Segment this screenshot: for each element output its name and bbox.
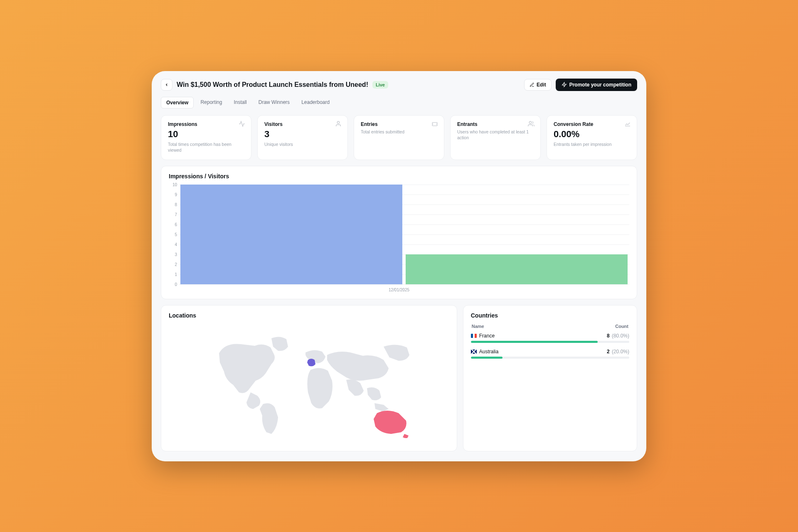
progress-fill xyxy=(471,357,502,359)
stat-cards: Impressions 10 Total times competition h… xyxy=(161,115,637,160)
ticket-icon xyxy=(431,121,438,127)
back-button[interactable] xyxy=(161,79,172,91)
progress-track xyxy=(471,341,629,343)
card-value: 0.00% xyxy=(554,129,630,140)
card-conversion: Conversion Rate 0.00% Entrants taken per… xyxy=(547,115,637,160)
header: Win $1,500 Worth of Product Launch Essen… xyxy=(161,79,637,91)
pencil-icon xyxy=(530,82,534,87)
user-icon xyxy=(335,121,342,127)
card-title: Entries xyxy=(361,121,437,127)
country-name: France xyxy=(471,333,495,339)
chart-panel: Impressions / Visitors 012345678910 12/0… xyxy=(161,166,637,299)
card-value: 10 xyxy=(168,129,244,140)
country-row: Australia2 (20.0%) xyxy=(471,349,629,359)
chart-icon xyxy=(624,121,631,127)
y-tick: 0 xyxy=(170,282,177,286)
y-tick: 3 xyxy=(170,252,177,256)
locations-title: Locations xyxy=(169,312,449,319)
pulse-icon xyxy=(239,121,245,127)
countries-title: Countries xyxy=(471,312,629,319)
card-sub: Total times competition has been viewed xyxy=(168,141,244,153)
countries-header: Name Count xyxy=(471,324,629,329)
svg-point-2 xyxy=(529,121,531,123)
svg-point-1 xyxy=(337,121,339,123)
tab-reporting[interactable]: Reporting xyxy=(195,97,227,108)
status-badge: Live xyxy=(372,81,388,89)
tab-overview[interactable]: Overview xyxy=(161,97,194,108)
tab-draw-winners[interactable]: Draw Winners xyxy=(254,97,295,108)
y-tick: 6 xyxy=(170,222,177,227)
bar-visitors xyxy=(406,254,628,284)
promote-label: Promote your competition xyxy=(569,82,631,88)
promote-button[interactable]: Promote your competition xyxy=(556,79,637,91)
flag-icon xyxy=(471,350,477,354)
chevron-left-icon xyxy=(165,83,169,87)
tabs: Overview Reporting Install Draw Winners … xyxy=(161,97,637,108)
progress-track xyxy=(471,357,629,359)
card-impressions: Impressions 10 Total times competition h… xyxy=(161,115,251,160)
tab-install[interactable]: Install xyxy=(229,97,251,108)
country-count: 2 (20.0%) xyxy=(607,349,629,355)
page-title: Win $1,500 Worth of Product Launch Essen… xyxy=(177,81,368,89)
card-title: Conversion Rate xyxy=(554,121,630,127)
card-entries: Entries Total entries submitted xyxy=(354,115,444,160)
svg-marker-0 xyxy=(562,82,566,87)
y-tick: 9 xyxy=(170,192,177,197)
y-tick: 8 xyxy=(170,202,177,207)
y-tick: 4 xyxy=(170,242,177,246)
locations-panel: Locations xyxy=(161,305,457,451)
card-value: 3 xyxy=(264,129,341,140)
card-sub: Users who have completed at least 1 acti… xyxy=(457,129,534,140)
card-visitors: Visitors 3 Unique visitors xyxy=(257,115,348,160)
users-icon xyxy=(528,121,534,127)
y-tick: 2 xyxy=(170,262,177,266)
dashboard-window: Win $1,500 Worth of Product Launch Essen… xyxy=(152,71,646,461)
bar-chart: 012345678910 12/01/2025 xyxy=(169,185,629,292)
country-row: France8 (80.0%) xyxy=(471,333,629,343)
edit-label: Edit xyxy=(537,82,546,88)
card-entrants: Entrants Users who have completed at lea… xyxy=(450,115,541,160)
card-title: Entrants xyxy=(457,121,534,127)
lightning-icon xyxy=(562,82,567,87)
flag-icon xyxy=(471,334,477,338)
y-tick: 10 xyxy=(170,182,177,187)
card-sub: Total entries submitted xyxy=(361,129,437,135)
col-name: Name xyxy=(472,324,484,329)
countries-panel: Countries Name Count France8 (80.0%)Aust… xyxy=(463,305,637,451)
tab-leaderboard[interactable]: Leaderboard xyxy=(296,97,335,108)
country-name: Australia xyxy=(471,349,499,355)
chart-title: Impressions / Visitors xyxy=(169,173,629,180)
bottom-row: Locations xyxy=(161,305,637,451)
card-title: Visitors xyxy=(264,121,341,127)
card-title: Impressions xyxy=(168,121,244,127)
card-sub: Unique visitors xyxy=(264,141,341,147)
world-map xyxy=(169,324,449,444)
y-tick: 7 xyxy=(170,212,177,217)
y-tick: 1 xyxy=(170,272,177,276)
card-sub: Entrants taken per impression xyxy=(554,141,630,147)
bar-impressions xyxy=(180,185,402,284)
col-count: Count xyxy=(615,324,628,329)
edit-button[interactable]: Edit xyxy=(524,79,552,91)
country-count: 8 (80.0%) xyxy=(607,333,629,339)
progress-fill xyxy=(471,341,598,343)
y-tick: 5 xyxy=(170,232,177,236)
chart-x-label: 12/01/2025 xyxy=(169,288,629,292)
